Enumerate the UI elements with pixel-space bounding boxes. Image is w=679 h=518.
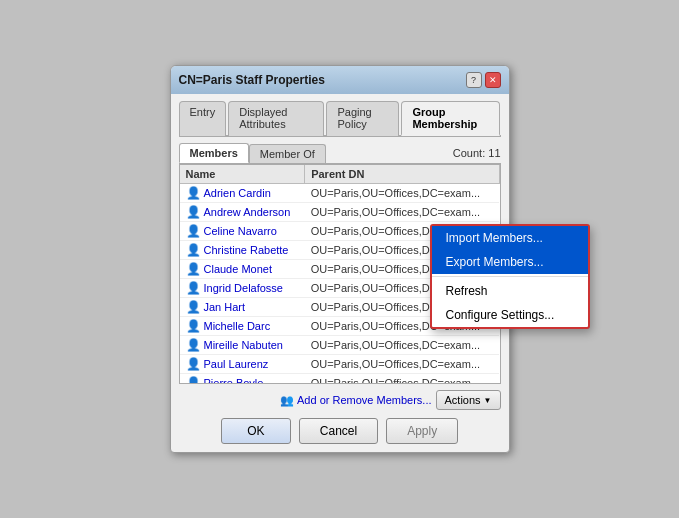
table-row[interactable]: 👤 Andrew Anderson OU=Paris,OU=Offices,DC… [180, 203, 500, 222]
inner-tab-bar: Members Member Of Count: 11 [179, 143, 501, 164]
close-button[interactable]: ✕ [485, 72, 501, 88]
add-remove-members-link[interactable]: 👥 Add or Remove Members... [280, 394, 432, 407]
col-parent-dn: Parent DN [305, 165, 499, 184]
dropdown-item-import-members[interactable]: Import Members... [432, 226, 588, 250]
help-button[interactable]: ? [466, 72, 482, 88]
member-name: 👤 Ingrid Delafosse [180, 279, 305, 298]
window-title: CN=Paris Staff Properties [179, 73, 325, 87]
tab-paging-policy[interactable]: Paging Policy [326, 101, 399, 136]
tab-group-membership[interactable]: Group Membership [401, 101, 500, 136]
actions-chevron-icon: ▼ [484, 396, 492, 405]
dropdown-item-export-members[interactable]: Export Members... [432, 250, 588, 274]
table-row[interactable]: 👤 Mireille Nabuten OU=Paris,OU=Offices,D… [180, 336, 500, 355]
member-name: 👤 Andrew Anderson [180, 203, 305, 222]
member-dn: OU=Paris,OU=Offices,DC=exam... [305, 355, 499, 374]
actions-row: 👥 Add or Remove Members... Actions ▼ Imp… [179, 390, 501, 410]
title-bar: CN=Paris Staff Properties ? ✕ [171, 66, 509, 94]
cancel-button[interactable]: Cancel [299, 418, 378, 444]
dropdown-divider [432, 276, 588, 277]
member-dn: OU=Paris,OU=Offices,DC=exam... [305, 374, 499, 385]
tab-bar: Entry Displayed Attributes Paging Policy… [179, 100, 501, 137]
window-content: Entry Displayed Attributes Paging Policy… [171, 94, 509, 452]
member-name: 👤 Adrien Cardin [180, 184, 305, 203]
table-row[interactable]: 👤 Pierre Boyle OU=Paris,OU=Offices,DC=ex… [180, 374, 500, 385]
table-header-row: Name Parent DN [180, 165, 500, 184]
table-row[interactable]: 👤 Adrien Cardin OU=Paris,OU=Offices,DC=e… [180, 184, 500, 203]
member-name: 👤 Jan Hart [180, 298, 305, 317]
member-name: 👤 Pierre Boyle [180, 374, 305, 385]
title-controls: ? ✕ [466, 72, 501, 88]
apply-button[interactable]: Apply [386, 418, 458, 444]
member-name: 👤 Paul Laurenz [180, 355, 305, 374]
member-dn: OU=Paris,OU=Offices,DC=exam... [305, 203, 499, 222]
dropdown-item-configure-settings[interactable]: Configure Settings... [432, 303, 588, 327]
member-name: 👤 Celine Navarro [180, 222, 305, 241]
member-name: 👤 Michelle Darc [180, 317, 305, 336]
member-name: 👤 Mireille Nabuten [180, 336, 305, 355]
member-dn: OU=Paris,OU=Offices,DC=exam... [305, 184, 499, 203]
col-name: Name [180, 165, 305, 184]
tab-displayed-attributes[interactable]: Displayed Attributes [228, 101, 324, 136]
add-members-icon: 👥 [280, 394, 294, 407]
member-dn: OU=Paris,OU=Offices,DC=exam... [305, 336, 499, 355]
member-name: 👤 Claude Monet [180, 260, 305, 279]
count-label: Count: 11 [453, 147, 501, 159]
main-window: CN=Paris Staff Properties ? ✕ Entry Disp… [170, 65, 510, 453]
button-row: OK Cancel Apply [179, 418, 501, 444]
tab-entry[interactable]: Entry [179, 101, 227, 136]
table-row[interactable]: 👤 Paul Laurenz OU=Paris,OU=Offices,DC=ex… [180, 355, 500, 374]
actions-dropdown-menu: Import Members... Export Members... Refr… [430, 224, 590, 329]
ok-button[interactable]: OK [221, 418, 291, 444]
actions-button[interactable]: Actions ▼ Import Members... Export Membe… [436, 390, 501, 410]
inner-tab-members[interactable]: Members [179, 143, 249, 163]
inner-tab-member-of[interactable]: Member Of [249, 144, 326, 163]
dropdown-item-refresh[interactable]: Refresh [432, 279, 588, 303]
member-name: 👤 Christine Rabette [180, 241, 305, 260]
